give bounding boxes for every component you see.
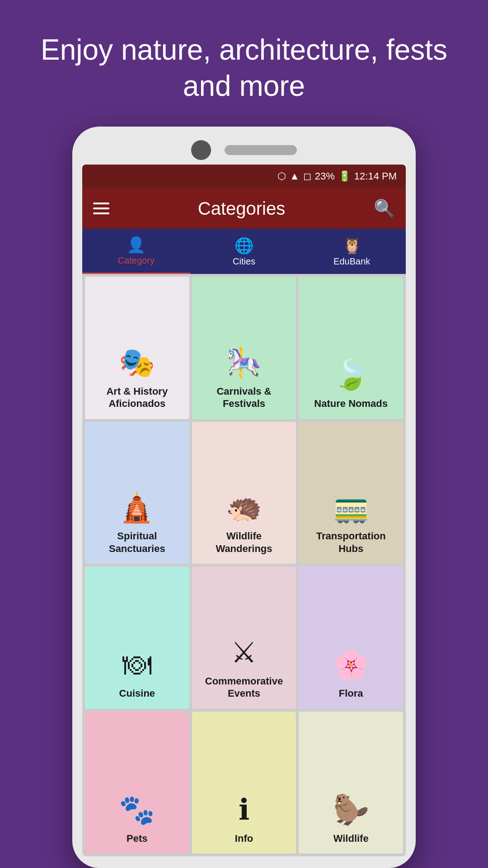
tab-category-label: Category [118,255,155,266]
category-icon-cuisine: 🍽 [122,650,151,679]
phone-wrapper: ⬡ ▲ ◻ 23% 🔋 12:14 PM Categories 🔍 👤 Cate… [72,127,416,868]
category-label-flora: Flora [339,687,363,700]
category-icon-carnivals-festivals: 🎠 [226,348,262,377]
category-label-carnivals-festivals: Carnivals & Festivals [197,385,291,410]
category-card-pets[interactable]: 🐾Pets [85,712,189,854]
tab-category[interactable]: 👤 Category [82,229,190,274]
tab-cities-label: Cities [233,256,255,267]
category-card-wildlife2[interactable]: 🦫Wildlife [299,712,403,854]
phone-screen: ⬡ ▲ ◻ 23% 🔋 12:14 PM Categories 🔍 👤 Cate… [82,165,406,856]
signal-icon: ⬡ [277,170,286,182]
category-card-cuisine[interactable]: 🍽Cuisine [85,566,189,709]
category-icon-commemorative-events: ⚔ [231,638,257,667]
time-text: 12:14 PM [354,170,397,182]
category-label-info: Info [235,832,253,845]
category-card-flora[interactable]: 🌸Flora [299,566,403,709]
category-icon-info: ℹ [239,795,249,824]
bottom-nav: 👤 Category 🌐 Cities 🦉 EduBank [82,229,406,274]
battery-text: 23% [315,170,335,182]
app-bar: Categories 🔍 [82,188,406,229]
category-card-art-history[interactable]: 🎭Art & History Aficionados [85,277,189,419]
search-button[interactable]: 🔍 [374,198,395,218]
categories-grid: 🎭Art & History Aficionados🎠Carnivals & F… [82,274,406,856]
category-label-pets: Pets [127,832,147,845]
category-label-transportation-hubs: Transportation Hubs [304,530,398,555]
category-label-spiritual-sanctuaries: Spiritual Sanctuaries [90,530,184,555]
category-icon-transportation-hubs: 🚃 [333,493,369,522]
category-icon-wildlife-wanderings: 🦔 [226,493,262,522]
category-card-transportation-hubs[interactable]: 🚃Transportation Hubs [299,422,403,564]
category-card-wildlife-wanderings[interactable]: 🦔Wildlife Wanderings [192,422,296,564]
category-icon-pets: 🐾 [119,795,155,824]
category-icon-art-history: 🎭 [119,348,155,377]
tab-edubank-icon: 🦉 [343,236,361,255]
tab-cities[interactable]: 🌐 Cities [190,229,298,274]
category-icon-nature-nomads: 🍃 [333,360,369,389]
category-card-carnivals-festivals[interactable]: 🎠Carnivals & Festivals [192,277,296,419]
battery-icon: 🔋 [338,170,351,182]
category-icon-spiritual-sanctuaries: 🛕 [119,493,155,522]
app-bar-title: Categories [120,198,363,219]
tab-cities-icon: 🌐 [235,236,253,255]
category-card-nature-nomads[interactable]: 🍃Nature Nomads [299,277,403,419]
category-label-nature-nomads: Nature Nomads [314,397,388,410]
category-label-wildlife2: Wildlife [333,832,369,845]
category-card-info[interactable]: ℹInfo [192,712,296,854]
category-card-spiritual-sanctuaries[interactable]: 🛕Spiritual Sanctuaries [85,422,189,564]
hero-text: Enjoy nature, architecture, fests and mo… [0,0,488,127]
category-icon-flora: 🌸 [333,650,369,679]
category-label-commemorative-events: Commemorative Events [197,675,291,700]
wifi-icon: ▲ [290,170,300,182]
tab-edubank-label: EduBank [333,256,370,267]
status-bar: ⬡ ▲ ◻ 23% 🔋 12:14 PM [82,165,406,188]
status-icons: ⬡ ▲ ◻ 23% 🔋 12:14 PM [277,170,397,182]
tab-edubank[interactable]: 🦉 EduBank [298,229,406,274]
camera-dot [191,140,211,160]
speaker-bar [225,145,297,155]
hamburger-button[interactable] [93,203,109,214]
category-icon-wildlife2: 🦫 [333,795,369,824]
category-label-wildlife-wanderings: Wildlife Wanderings [197,530,291,555]
category-card-commemorative-events[interactable]: ⚔Commemorative Events [192,566,296,709]
tab-category-icon: 👤 [127,236,145,254]
phone-top-bar [82,140,406,160]
category-label-cuisine: Cuisine [119,687,155,700]
category-label-art-history: Art & History Aficionados [90,385,184,410]
sim-icon: ◻ [303,170,311,182]
